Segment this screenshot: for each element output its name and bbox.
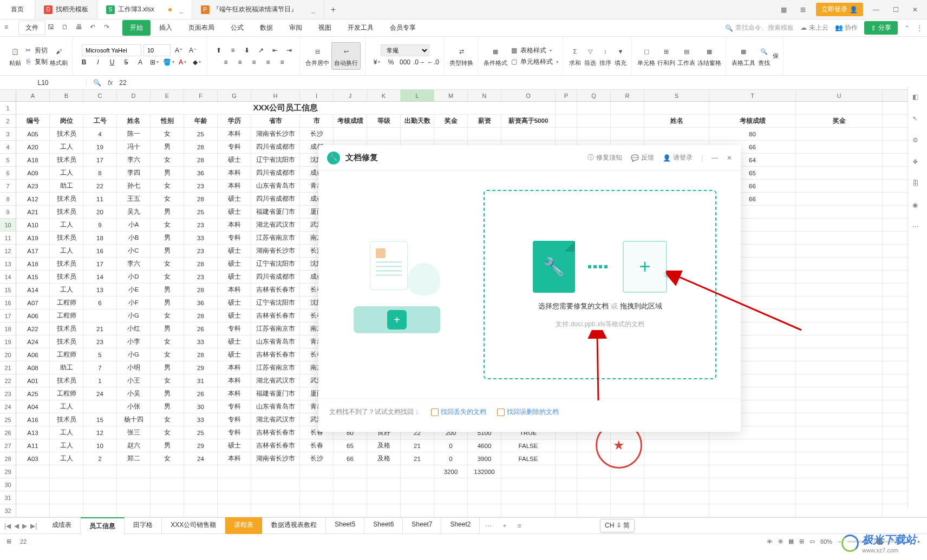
increase-decimal-icon[interactable]: .0→ [413,56,425,68]
row-header[interactable]: 21 [0,361,16,374]
cell[interactable]: 工人 [50,426,83,439]
cell[interactable]: A09 [16,167,50,179]
cell[interactable] [218,504,251,517]
cell[interactable]: 4600 [468,439,501,452]
cell[interactable] [796,271,883,283]
cell[interactable]: A20 [16,141,50,153]
cell[interactable]: 硕士 [218,439,251,452]
cell[interactable]: 李四 [117,167,151,179]
sheet-tab[interactable]: Sheet5 [326,517,364,534]
cell[interactable] [334,478,367,491]
cell[interactable]: 工人 [50,245,83,257]
cell[interactable] [796,206,883,218]
cell[interactable]: 吉林省长春市 [251,284,300,296]
font-color-button[interactable]: A [134,56,146,68]
sheet-tab[interactable]: Sheet2 [441,517,480,534]
row-col-button[interactable]: ⊞行和列 [657,45,675,67]
sheet-tab[interactable]: 成绩表 [43,517,81,534]
home-tab[interactable]: 首页 [0,0,35,19]
status-mode-icon[interactable]: ⊞ [6,538,11,545]
cell[interactable]: 132000 [468,465,501,478]
cell[interactable]: 28 [184,284,218,296]
cell[interactable] [796,504,883,517]
ribbon-tab-insert[interactable]: 插入 [152,20,180,36]
cell[interactable]: 本科 [218,361,251,374]
cell[interactable] [334,504,367,517]
cell[interactable]: 技术员 [50,335,83,348]
cell[interactable]: 女 [151,309,184,322]
cell[interactable]: 0 [434,439,468,452]
cell[interactable] [577,491,611,504]
cell[interactable] [401,491,434,504]
cell[interactable]: 硕士 [218,245,251,257]
cell[interactable]: 23 [184,219,218,231]
header-cell[interactable]: 奖金 [434,115,468,127]
cell[interactable] [577,128,611,140]
cell[interactable]: 湖北省武汉市 [251,413,300,426]
cell[interactable] [300,478,334,491]
row-header[interactable]: 19 [0,335,16,348]
table-tool-button[interactable]: ▦表格工具 [732,45,755,67]
cell[interactable]: 24 [83,387,117,400]
cell[interactable]: 男 [151,284,184,296]
cell[interactable]: 吉林省长春市 [251,426,300,439]
cell[interactable]: 专科 [218,426,251,439]
increase-font-icon[interactable]: A⁺ [173,44,185,56]
cell[interactable]: 湖北省武汉市 [251,374,300,387]
cell[interactable] [796,309,883,322]
cell[interactable] [577,465,611,478]
cell[interactable]: A11 [16,439,50,452]
header-cell[interactable]: 出勤天数 [401,115,434,127]
indent-right-icon[interactable]: ⇥ [283,44,295,56]
cell[interactable]: 2 [83,452,117,465]
cell[interactable]: 3900 [468,452,501,465]
close-tab-icon[interactable]: ⎯ [311,6,315,14]
cell[interactable]: 辽宁省沈阳市 [251,154,300,166]
cell[interactable] [367,491,401,504]
cell[interactable] [83,465,117,478]
cell[interactable]: 吉林省长春市 [251,348,300,361]
cell[interactable] [83,309,117,322]
fx-icon[interactable]: fx [108,79,113,87]
cell[interactable]: 女 [151,193,184,205]
cell[interactable]: 本科 [218,284,251,296]
cell[interactable] [556,102,577,114]
cell[interactable]: 助工 [50,361,83,374]
col-header-C[interactable]: C [83,90,117,101]
cell[interactable]: 8 [83,167,117,179]
dialog-minimize-icon[interactable]: — [711,154,718,162]
cell[interactable]: 长春 [300,439,334,452]
cell[interactable]: 技术员 [50,193,83,205]
cell[interactable]: 29 [184,439,218,452]
cell[interactable]: 长沙 [300,452,334,465]
cell[interactable] [611,504,644,517]
view-reading-icon[interactable]: ▭ [810,538,815,545]
font-name-select[interactable] [82,44,141,56]
cell[interactable]: 12 [83,426,117,439]
cell[interactable]: FALSE [501,439,556,452]
cell[interactable] [796,387,883,400]
select-all-corner[interactable] [0,90,16,102]
cell[interactable] [796,413,883,426]
cell[interactable] [218,465,251,478]
cell[interactable] [796,128,883,140]
cell[interactable]: 小C [117,245,151,257]
cell-button[interactable]: ▢单元格 [637,45,655,67]
sum-button[interactable]: Σ求和 [569,45,582,67]
file-dropzone[interactable]: 🔧 + ☟ 选择您需要修复的文档或拖拽到此区域 支持.doc/.ppt/.xls… [484,190,716,379]
cell[interactable]: 男 [151,245,184,257]
cell[interactable]: A05 [16,128,50,140]
cell[interactable]: 技术员 [50,413,83,426]
cell[interactable] [796,426,883,439]
cell[interactable]: A16 [16,413,50,426]
font-color-dropdown[interactable]: A [177,56,188,68]
cell[interactable]: 25 [184,128,218,140]
cell[interactable]: 杨十四 [117,413,151,426]
align-bottom-icon[interactable]: ⬇ [241,44,253,56]
grid-view-icon[interactable]: ▦ [777,3,790,16]
cell[interactable] [468,128,501,140]
header-cell[interactable]: 性别 [151,115,184,127]
cell[interactable]: 小B [117,232,151,244]
align-middle-icon[interactable]: ≡ [227,44,239,56]
recover-lost-link[interactable]: 找回丢失的文档 [431,407,486,417]
